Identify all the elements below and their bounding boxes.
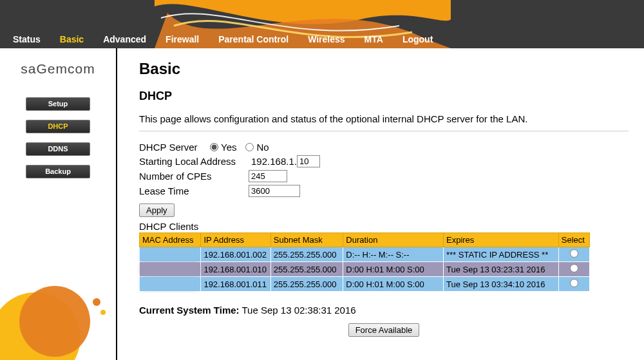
content: Basic DHCP This page allows configuratio…: [117, 48, 644, 360]
side-ddns[interactable]: DDNS: [26, 142, 90, 156]
system-time: Current System Time: Tue Sep 13 02:38:31…: [139, 305, 629, 316]
lease-label: Lease Time: [139, 185, 249, 196]
dhcp-server-yes-label: Yes: [221, 142, 236, 153]
table-row: 192.168.001.011255.255.255.000D:00 H:01 …: [140, 277, 590, 292]
page-title: Basic: [139, 60, 629, 78]
system-time-label: Current System Time:: [139, 305, 240, 316]
table-row: 192.168.001.002255.255.255.000D:-- H:-- …: [140, 247, 590, 262]
top-nav: Status Basic Advanced Firewall Parental …: [0, 34, 644, 44]
cell-ip: 192.168.001.002: [201, 247, 270, 262]
cell-expires: Tue Sep 13 03:23:31 2016: [443, 262, 558, 277]
sidebar-decoration: [0, 251, 109, 360]
divider: [139, 131, 629, 131]
side-dhcp[interactable]: DHCP: [26, 120, 90, 133]
page-subtitle: DHCP: [139, 90, 629, 103]
cell-select: [558, 247, 589, 262]
dhcp-server-no-label: No: [256, 142, 269, 153]
start-address-input[interactable]: [297, 155, 320, 167]
lease-input[interactable]: [249, 185, 300, 197]
start-address-prefix: 192.168.1.: [251, 156, 297, 167]
svg-point-2: [93, 298, 100, 306]
top-header: Status Basic Advanced Firewall Parental …: [0, 0, 644, 48]
system-time-value: Tue Sep 13 02:38:31 2016: [242, 305, 356, 316]
th-expires: Expires: [443, 233, 558, 247]
th-mac: MAC Address: [140, 233, 201, 247]
svg-point-1: [19, 286, 90, 357]
cell-ip: 192.168.001.010: [201, 262, 270, 277]
dhcp-server-yes-radio[interactable]: [210, 143, 218, 151]
th-duration: Duration: [343, 233, 444, 247]
nav-wireless[interactable]: Wireless: [308, 34, 345, 44]
start-address-label: Starting Local Address: [139, 156, 249, 167]
side-setup[interactable]: Setup: [26, 97, 90, 111]
cell-duration: D:00 H:01 M:00 S:00: [343, 262, 444, 277]
clients-label: DHCP Clients: [139, 221, 629, 232]
nav-status[interactable]: Status: [13, 34, 41, 44]
force-available-button[interactable]: Force Available: [348, 323, 420, 337]
cpes-input[interactable]: [249, 170, 287, 182]
th-subnet: Subnet Mask: [270, 233, 343, 247]
cell-ip: 192.168.001.011: [201, 277, 270, 292]
sidebar: saGemcom Setup DHCP DDNS Backup: [0, 48, 117, 360]
cell-duration: D:00 H:01 M:00 S:00: [343, 277, 444, 292]
cell-subnet: 255.255.255.000: [270, 277, 343, 292]
cell-select: [558, 262, 589, 277]
apply-button[interactable]: Apply: [139, 204, 175, 217]
th-select: Select: [558, 233, 589, 247]
nav-basic[interactable]: Basic: [60, 34, 84, 44]
row-select-radio[interactable]: [570, 264, 578, 272]
dhcp-server-label: DHCP Server: [139, 142, 210, 153]
row-select-radio[interactable]: [570, 249, 578, 258]
cpes-label: Number of CPEs: [139, 171, 249, 182]
nav-logout[interactable]: Logout: [402, 34, 433, 44]
page-description: This page allows configuration and statu…: [139, 113, 629, 124]
side-menu: Setup DHCP DDNS Backup: [0, 97, 116, 178]
table-row: 192.168.001.010255.255.255.000D:00 H:01 …: [140, 262, 590, 277]
dhcp-server-no-radio[interactable]: [245, 143, 254, 151]
side-backup[interactable]: Backup: [26, 165, 90, 178]
nav-firewall[interactable]: Firewall: [166, 34, 199, 44]
cell-select: [558, 277, 589, 292]
cell-mac: [140, 247, 201, 262]
svg-point-3: [100, 310, 106, 315]
th-ip: IP Address: [201, 233, 270, 247]
cell-mac: [140, 262, 201, 277]
svg-point-0: [0, 292, 80, 360]
nav-parental[interactable]: Parental Control: [218, 34, 289, 44]
nav-advanced[interactable]: Advanced: [103, 34, 146, 44]
dhcp-clients-table: MAC Address IP Address Subnet Mask Durat…: [139, 232, 590, 292]
cell-expires: *** STATIC IP ADDRESS **: [443, 247, 558, 262]
cell-mac: [140, 277, 201, 292]
row-select-radio[interactable]: [570, 279, 578, 287]
cell-subnet: 255.255.255.000: [270, 247, 343, 262]
nav-mta[interactable]: MTA: [365, 34, 383, 44]
cell-subnet: 255.255.255.000: [270, 262, 343, 277]
cell-expires: Tue Sep 13 03:34:10 2016: [443, 277, 558, 292]
cell-duration: D:-- H:-- M:-- S:--: [343, 247, 444, 262]
brand-logo: saGemcom: [0, 61, 116, 77]
